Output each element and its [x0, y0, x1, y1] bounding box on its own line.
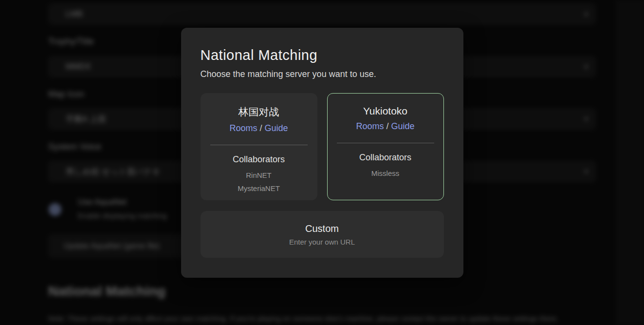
- collaborators-label: Collaborators: [359, 153, 411, 163]
- collaborator-name: RinNET: [246, 169, 272, 182]
- server-card-yukiotoko-selected[interactable]: Yukiotoko Rooms / Guide Collaborators Mi…: [327, 93, 444, 200]
- server-links: Rooms / Guide: [356, 121, 414, 132]
- guide-link[interactable]: Guide: [391, 121, 414, 131]
- divider: [210, 145, 308, 145]
- custom-card-subtitle: Enter your own URL: [289, 238, 355, 246]
- guide-link[interactable]: Guide: [264, 123, 288, 133]
- collaborators-label: Collaborators: [233, 154, 285, 165]
- server-options: 林国对战 Rooms / Guide Collaborators RinNET …: [201, 93, 444, 200]
- server-name: 林国对战: [239, 105, 279, 119]
- modal-title: National Matching: [201, 47, 444, 63]
- collaborator-name: Missless: [371, 167, 400, 180]
- custom-server-card[interactable]: Custom Enter your own URL: [201, 211, 444, 258]
- server-links: Rooms / Guide: [229, 123, 288, 134]
- divider: [337, 143, 434, 143]
- modal-subtitle: Choose the matching server you want to u…: [201, 69, 444, 79]
- server-name: Yukiotoko: [363, 105, 407, 117]
- custom-card-title: Custom: [305, 223, 339, 234]
- server-card-linguo[interactable]: 林国对战 Rooms / Guide Collaborators RinNET …: [201, 93, 317, 200]
- rooms-link[interactable]: Rooms: [229, 123, 257, 133]
- link-separator: /: [257, 123, 264, 133]
- national-matching-modal: National Matching Choose the matching se…: [181, 28, 463, 278]
- rooms-link[interactable]: Rooms: [356, 121, 384, 131]
- collaborator-name: MysteriaNET: [238, 182, 280, 195]
- link-separator: /: [384, 121, 391, 131]
